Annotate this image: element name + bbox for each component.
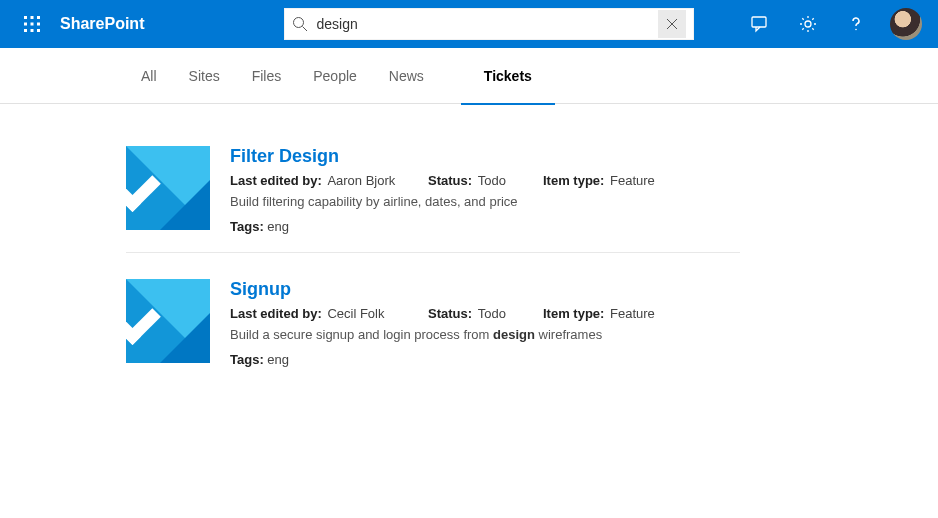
- tab-news[interactable]: News: [386, 48, 427, 104]
- clear-search-button[interactable]: [658, 10, 686, 38]
- result-description: Build filtering capability by airline, d…: [230, 194, 740, 209]
- search-input[interactable]: [316, 16, 658, 32]
- last-edited-label: Last edited by:: [230, 173, 322, 188]
- item-type-value: Feature: [610, 173, 655, 188]
- search-box[interactable]: [284, 8, 694, 40]
- search-tabs: All Sites Files People News Tickets: [0, 48, 938, 104]
- settings-button[interactable]: [786, 0, 830, 48]
- search-results: Filter Design Last edited by: Aaron Bjor…: [0, 104, 740, 385]
- result-body: Signup Last edited by: Cecil Folk Status…: [230, 279, 740, 367]
- result-title[interactable]: Signup: [230, 279, 740, 300]
- result-tags: Tags: eng: [230, 219, 740, 234]
- result-title[interactable]: Filter Design: [230, 146, 740, 167]
- item-type-label: Item type:: [543, 306, 604, 321]
- tab-all[interactable]: All: [138, 48, 160, 104]
- header-right: [738, 0, 930, 48]
- result-thumbnail: [126, 146, 210, 230]
- svg-rect-6: [24, 29, 27, 32]
- status-value: Todo: [478, 306, 506, 321]
- help-icon: [846, 14, 866, 34]
- chat-button[interactable]: [738, 0, 782, 48]
- last-edited-label: Last edited by:: [230, 306, 322, 321]
- svg-rect-1: [31, 16, 34, 19]
- item-type-value: Feature: [610, 306, 655, 321]
- last-edited-value: Cecil Folk: [327, 306, 384, 321]
- user-avatar[interactable]: [890, 8, 922, 40]
- svg-rect-4: [31, 23, 34, 26]
- tab-tickets[interactable]: Tickets: [481, 48, 535, 104]
- item-type-label: Item type:: [543, 173, 604, 188]
- svg-rect-7: [31, 29, 34, 32]
- result-item: Signup Last edited by: Cecil Folk Status…: [126, 271, 740, 385]
- result-description: Build a secure signup and login process …: [230, 327, 740, 342]
- chat-icon: [750, 14, 770, 34]
- svg-rect-5: [37, 23, 40, 26]
- help-button[interactable]: [834, 0, 878, 48]
- suite-header: SharePoint: [0, 0, 938, 48]
- result-item: Filter Design Last edited by: Aaron Bjor…: [126, 138, 740, 253]
- svg-rect-8: [37, 29, 40, 32]
- result-body: Filter Design Last edited by: Aaron Bjor…: [230, 146, 740, 234]
- tab-sites[interactable]: Sites: [186, 48, 223, 104]
- svg-rect-3: [24, 23, 27, 26]
- result-meta: Last edited by: Aaron Bjork Status: Todo…: [230, 173, 740, 188]
- app-launcher-button[interactable]: [8, 0, 56, 48]
- svg-rect-13: [752, 17, 766, 27]
- status-label: Status:: [428, 173, 472, 188]
- tab-people[interactable]: People: [310, 48, 360, 104]
- svg-rect-0: [24, 16, 27, 19]
- waffle-icon: [24, 16, 40, 32]
- status-label: Status:: [428, 306, 472, 321]
- result-tags: Tags: eng: [230, 352, 740, 367]
- svg-point-14: [805, 21, 811, 27]
- tab-files[interactable]: Files: [249, 48, 285, 104]
- gear-icon: [798, 14, 818, 34]
- svg-point-9: [294, 18, 304, 28]
- svg-rect-2: [37, 16, 40, 19]
- status-value: Todo: [478, 173, 506, 188]
- svg-point-15: [855, 29, 857, 31]
- app-name[interactable]: SharePoint: [60, 15, 144, 33]
- result-meta: Last edited by: Cecil Folk Status: Todo …: [230, 306, 740, 321]
- search-icon: [292, 16, 308, 32]
- svg-line-10: [303, 27, 308, 32]
- last-edited-value: Aaron Bjork: [327, 173, 395, 188]
- result-thumbnail: [126, 279, 210, 363]
- close-icon: [665, 17, 679, 31]
